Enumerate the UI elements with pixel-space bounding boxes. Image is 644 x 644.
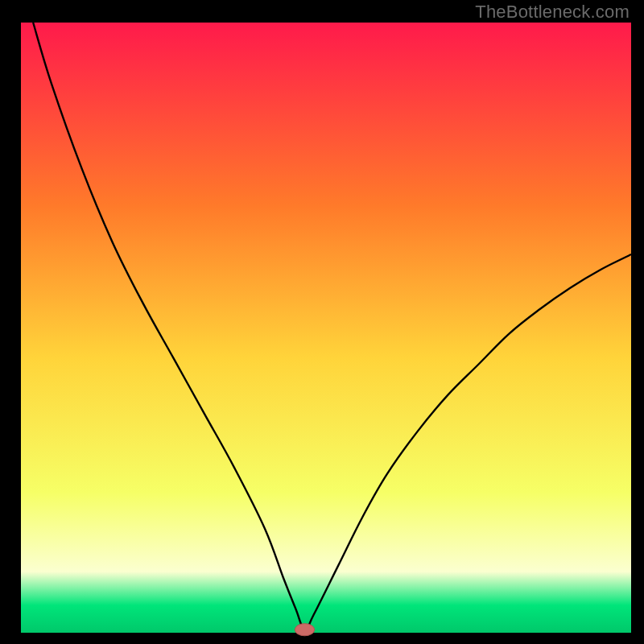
- watermark-text: TheBottleneck.com: [475, 2, 630, 23]
- bottleneck-chart: [0, 0, 644, 644]
- chart-frame: { "watermark": "TheBottleneck.com", "col…: [0, 0, 644, 644]
- optimal-point-marker: [295, 624, 314, 636]
- plot-background: [21, 23, 631, 633]
